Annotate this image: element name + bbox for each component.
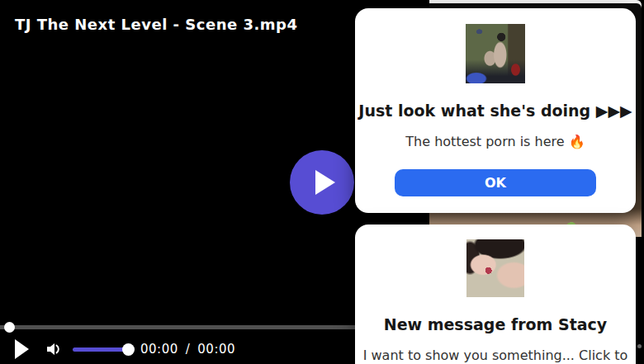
notification-popup-offer[interactable]: Just look what she's doing ▶▶▶ The hotte… bbox=[355, 8, 636, 213]
seek-thumb[interactable] bbox=[4, 322, 15, 333]
offer-heading: Just look what she's doing ▶▶▶ bbox=[358, 100, 632, 121]
offer-thumbnail[interactable] bbox=[466, 24, 525, 83]
volume-thumb[interactable] bbox=[122, 343, 135, 356]
message-heading: New message from Stacy bbox=[384, 314, 608, 335]
play-icon bbox=[315, 170, 335, 195]
time-display: 00:00 / 00:00 bbox=[140, 342, 235, 357]
duration: 00:00 bbox=[197, 342, 235, 357]
notification-popup-message[interactable]: New message from Stacy I want to show yo… bbox=[355, 225, 636, 364]
sidebar-dot bbox=[637, 344, 642, 348]
ok-button[interactable]: OK bbox=[395, 169, 596, 196]
play-overlay-button[interactable] bbox=[290, 150, 354, 215]
current-time: 00:00 bbox=[140, 342, 178, 357]
time-separator: / bbox=[186, 342, 191, 357]
mute-button[interactable] bbox=[45, 340, 63, 358]
speaker-wave-icon bbox=[45, 340, 63, 358]
offer-body: The hottest porn is here 🔥 bbox=[405, 133, 585, 151]
volume-slider[interactable] bbox=[73, 347, 129, 352]
video-title: TJ The Next Level - Scene 3.mp4 bbox=[15, 16, 298, 33]
play-button[interactable] bbox=[15, 339, 29, 359]
message-thumbnail[interactable] bbox=[466, 239, 524, 297]
message-body: I want to show you something... Click to bbox=[363, 347, 628, 364]
